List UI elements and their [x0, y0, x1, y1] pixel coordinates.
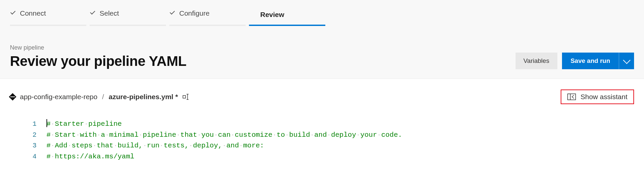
repo-icon [9, 93, 17, 101]
code-text: #·Start·with·a·minimal·pipeline·that·you… [46, 130, 402, 141]
page-title: Review your pipeline YAML [10, 53, 186, 69]
panel-collapse-icon [567, 94, 576, 100]
line-number: 4 [10, 151, 46, 162]
code-line[interactable]: 3#·Add·steps·that·build,·run·tests,·depl… [10, 140, 634, 151]
step-underline [249, 25, 325, 26]
yaml-editor[interactable]: 1#·Starter·pipeline2#·Start·with·a·minim… [10, 119, 634, 162]
step-review[interactable]: Review [249, 6, 325, 26]
wizard-stepper: ConnectSelectConfigureReview [10, 0, 634, 26]
save-run-split-button: Save and run [562, 53, 634, 69]
step-label: Select [100, 9, 119, 17]
check-icon [10, 11, 16, 15]
step-configure[interactable]: Configure [169, 6, 246, 26]
code-line[interactable]: 4#·https://aka.ms/yaml [10, 151, 634, 162]
code-line[interactable]: 2#·Start·with·a·minimal·pipeline·that·yo… [10, 130, 634, 141]
code-text: #·Add·steps·that·build,·run·tests,·deplo… [46, 140, 264, 151]
breadcrumb-file[interactable]: azure-pipelines.yml * [109, 93, 178, 101]
step-select[interactable]: Select [90, 6, 166, 26]
step-label: Review [260, 11, 284, 19]
line-number: 2 [10, 130, 46, 140]
show-assistant-label: Show assistant [581, 93, 627, 101]
check-icon [169, 11, 175, 15]
step-label: Connect [20, 9, 46, 17]
step-label: Configure [179, 9, 209, 17]
chevron-down-icon [623, 56, 630, 64]
code-text: #·Starter·pipeline [46, 119, 122, 130]
step-underline [90, 25, 166, 26]
variables-button[interactable]: Variables [516, 53, 557, 69]
save-run-button[interactable]: Save and run [562, 53, 619, 69]
svg-rect-0 [183, 95, 186, 98]
breadcrumb-repo[interactable]: app-config-example-repo [20, 93, 97, 101]
breadcrumb: app-config-example-repo / azure-pipeline… [10, 93, 191, 101]
save-run-dropdown-button[interactable] [619, 53, 634, 69]
show-assistant-button[interactable]: Show assistant [561, 90, 634, 104]
step-underline [169, 25, 246, 26]
breadcrumb-sep: / [102, 93, 104, 101]
line-number: 1 [10, 119, 46, 129]
line-number: 3 [10, 140, 46, 151]
code-text: #·https://aka.ms/yaml [46, 151, 134, 162]
step-underline [10, 25, 86, 26]
check-icon [90, 11, 96, 15]
step-connect[interactable]: Connect [10, 6, 86, 26]
pre-title: New pipeline [10, 44, 186, 51]
code-line[interactable]: 1#·Starter·pipeline [10, 119, 634, 130]
rename-icon[interactable] [183, 94, 191, 100]
